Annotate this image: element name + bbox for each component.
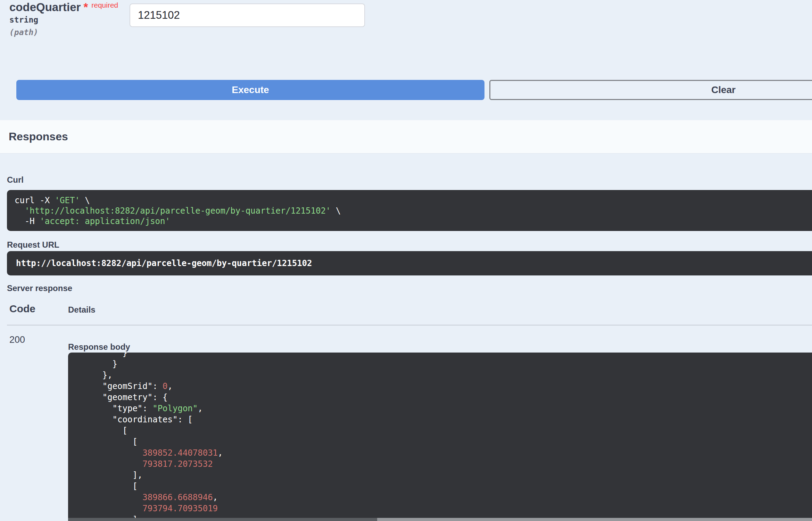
execute-button-label: Execute bbox=[232, 84, 269, 96]
response-table-divider bbox=[7, 325, 812, 325]
responses-section-title: Responses bbox=[9, 130, 68, 143]
execute-button[interactable]: Execute bbox=[16, 80, 484, 100]
curl-label: Curl bbox=[7, 175, 24, 185]
parameter-location-label: (path) bbox=[9, 28, 38, 37]
request-url-block: http://localhost:8282/api/parcelle-geom/… bbox=[7, 251, 812, 275]
response-body-code: } } }, "geomSrid": 0, "geometry": { "typ… bbox=[72, 353, 812, 521]
response-body-block: } } }, "geomSrid": 0, "geometry": { "typ… bbox=[68, 353, 812, 521]
response-code-column-header: Code bbox=[9, 303, 35, 315]
parameter-value-input[interactable] bbox=[130, 3, 365, 27]
horizontal-scrollbar[interactable] bbox=[68, 518, 812, 521]
request-url-label: Request URL bbox=[7, 240, 59, 250]
response-status-code: 200 bbox=[9, 334, 25, 345]
clear-button-label: Clear bbox=[711, 84, 736, 96]
parameter-name-label: codeQuartier*required bbox=[9, 1, 118, 14]
required-label: required bbox=[91, 1, 118, 9]
parameter-name-text: codeQuartier bbox=[9, 1, 81, 14]
clear-button[interactable]: Clear bbox=[489, 80, 812, 100]
response-details-column-header: Details bbox=[68, 305, 96, 315]
response-body-label: Response body bbox=[68, 342, 130, 352]
parameter-type-label: string bbox=[9, 15, 38, 24]
scrollbar-thumb[interactable] bbox=[68, 518, 377, 521]
server-response-label: Server response bbox=[7, 283, 72, 293]
curl-code-block: curl -X 'GET' \ 'http://localhost:8282/a… bbox=[7, 190, 812, 231]
required-asterisk: * bbox=[83, 1, 88, 14]
responses-section-header: Responses bbox=[0, 120, 812, 154]
